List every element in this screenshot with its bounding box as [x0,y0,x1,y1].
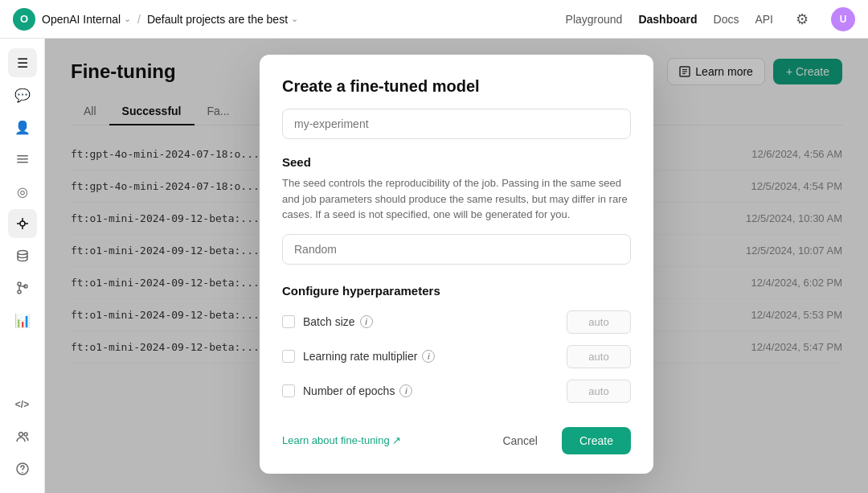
seed-section-label: Seed [282,155,631,169]
lr-multiplier-value: auto [567,345,631,368]
svg-point-16 [22,472,23,474]
batch-size-info-icon[interactable]: i [360,315,373,328]
batch-size-value: auto [567,310,631,334]
user-avatar[interactable]: U [831,7,855,31]
nav-dashboard[interactable]: Dashboard [638,13,697,26]
batch-size-checkbox[interactable] [282,315,295,328]
topnav-right: Playground Dashboard Docs API ⚙ U [566,6,855,32]
hyperparam-row-batchsize: Batch size i auto [282,310,631,334]
sidebar-item-tune[interactable] [8,209,37,238]
modal-actions: Cancel Create [486,427,631,454]
hyperparam-row-lr: Learning rate multiplier i auto [282,345,631,368]
sidebar-item-chat[interactable]: 💬 [8,80,37,109]
learn-about-finetuning-link[interactable]: Learn about fine-tuning ↗ [282,434,401,446]
settings-icon[interactable]: ⚙ [789,6,815,32]
nav-docs[interactable]: Docs [714,13,739,26]
cancel-button[interactable]: Cancel [486,427,554,454]
modal-title: Create a fine-tuned model [282,77,631,96]
sidebar-item-target[interactable]: ◎ [8,177,37,206]
org-name[interactable]: OpenAI Internal ⌄ [42,13,131,26]
sidebar-item-code[interactable]: </> [8,390,37,419]
seed-description: The seed controls the reproducibility of… [282,175,631,223]
project-chevron-icon: ⌄ [291,14,298,24]
modal-footer: Learn about fine-tuning ↗ Cancel Create [282,419,631,454]
sidebar: ☰ 💬 👤 ◎ 📊 </> [0,39,45,493]
batch-size-label: Batch size i [303,315,567,328]
sidebar-item-branch[interactable] [8,273,37,302]
epochs-label: Number of epochs i [303,384,567,397]
modal-overlay[interactable]: Create a fine-tuned model Seed The seed … [45,39,868,493]
model-name-input[interactable] [282,109,631,139]
sidebar-item-database[interactable] [8,241,37,270]
sidebar-item-menu[interactable]: ☰ [8,48,37,77]
svg-point-8 [18,251,27,255]
lr-multiplier-info-icon[interactable]: i [422,350,435,363]
app-body: ☰ 💬 👤 ◎ 📊 </> Fine-tuning [0,39,868,493]
hyperparams-label: Configure hyperparameters [282,284,631,298]
svg-rect-2 [17,162,28,163]
sidebar-item-help[interactable] [8,454,37,483]
sidebar-item-list[interactable] [8,145,37,174]
svg-rect-0 [17,155,28,157]
hyperparam-row-epochs: Number of epochs i auto [282,380,631,403]
main-content: Fine-tuning Learn more + Create All Succ… [45,39,868,493]
epochs-checkbox[interactable] [282,384,295,397]
nav-playground[interactable]: Playground [566,13,623,26]
svg-point-3 [20,221,25,226]
topnav: O OpenAI Internal ⌄ / Default projects a… [0,0,868,39]
modal-create-button[interactable]: Create [562,427,631,454]
modal: Create a fine-tuned model Seed The seed … [260,55,653,474]
sidebar-item-team[interactable] [8,422,37,451]
epochs-value: auto [567,380,631,403]
lr-multiplier-checkbox[interactable] [282,350,295,363]
lr-multiplier-label: Learning rate multiplier i [303,350,567,363]
svg-point-14 [24,433,27,436]
nav-api[interactable]: API [755,13,773,26]
org-avatar[interactable]: O [13,8,35,31]
svg-point-13 [18,433,23,437]
svg-point-9 [18,282,21,286]
svg-rect-1 [17,158,28,160]
project-name[interactable]: Default projects are the best ⌄ [147,13,298,26]
sidebar-item-user[interactable]: 👤 [8,113,37,142]
epochs-info-icon[interactable]: i [399,384,412,397]
sidebar-item-chart[interactable]: 📊 [8,306,37,335]
org-chevron-icon: ⌄ [124,14,131,24]
topnav-left: O OpenAI Internal ⌄ / Default projects a… [13,8,559,31]
breadcrumb-separator: / [137,13,141,26]
svg-point-10 [18,290,21,294]
seed-input[interactable] [282,234,631,265]
